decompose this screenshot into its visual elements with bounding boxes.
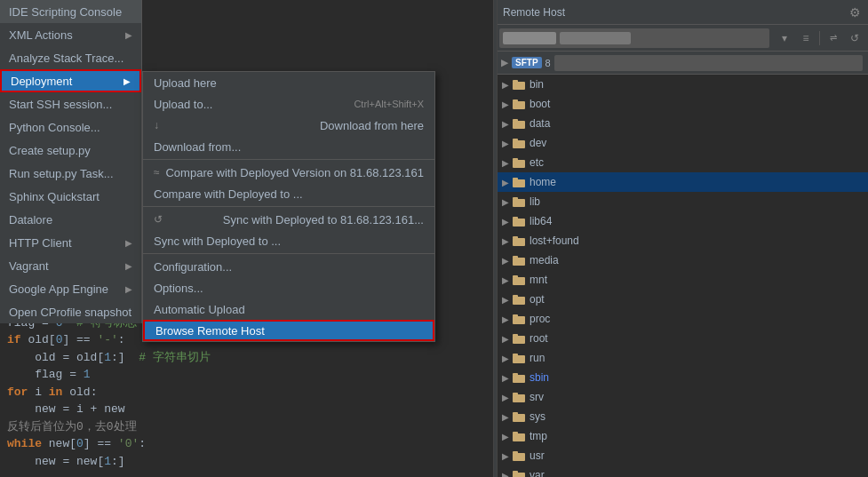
svg-rect-32 <box>513 394 525 402</box>
refresh-btn[interactable]: ↺ <box>845 28 864 48</box>
arrow-icon-http: ▶ <box>125 238 132 248</box>
chevron-right-icon: ▶ <box>499 410 512 423</box>
tree-item-tmp[interactable]: ▶ tmp <box>496 426 868 446</box>
submenu-compare[interactable]: ≈ Compare with Deployed Version on 81.68… <box>143 162 434 183</box>
tree-item-srv[interactable]: ▶ srv <box>496 387 868 407</box>
folder-icon <box>512 351 526 365</box>
tree-item-sbin[interactable]: ▶ sbin <box>496 368 868 387</box>
menu-item-sphinx[interactable]: Sphinx Quickstart <box>0 185 141 208</box>
svg-rect-24 <box>513 316 525 324</box>
folder-icon <box>512 273 526 287</box>
submenu-options[interactable]: Options... <box>143 277 434 298</box>
folder-icon <box>512 390 526 404</box>
chevron-right-icon: ▶ <box>499 430 512 442</box>
svg-rect-18 <box>513 258 525 266</box>
menu-item-run-setup[interactable]: Run setup.py Task... <box>0 162 141 185</box>
chevron-right-icon: ▶ <box>499 469 512 477</box>
submenu-upload-to[interactable]: Upload to... Ctrl+Alt+Shift+X <box>143 93 434 115</box>
svg-rect-8 <box>513 160 525 168</box>
svg-rect-22 <box>513 297 525 305</box>
tree-item-bin[interactable]: ▶ bin <box>496 75 868 94</box>
menu-item-deployment[interactable]: Deployment ▶ <box>0 69 141 92</box>
submenu-config[interactable]: Configuration... <box>143 256 434 277</box>
chevron-right-icon: ▶ <box>499 156 512 169</box>
dropdown-btn[interactable]: ▾ <box>775 28 794 48</box>
transfer-btn[interactable]: ⇌ <box>824 28 843 48</box>
svg-rect-3 <box>513 99 518 102</box>
tree-item-var[interactable]: ▶ var <box>496 465 868 477</box>
sync-icon: ↺ <box>154 213 163 226</box>
folder-icon <box>512 234 526 248</box>
chevron-right-icon: ▶ <box>499 235 512 247</box>
menu-item-ide-scripting[interactable]: IDE Scripting Console <box>0 0 141 23</box>
folder-icon <box>512 292 526 306</box>
submenu-download-here[interactable]: ↓ Download from here <box>143 115 434 136</box>
tree-item-etc[interactable]: ▶ etc <box>496 153 868 172</box>
chevron-right-icon: ▶ <box>499 137 512 149</box>
tree-item-dev[interactable]: ▶ dev <box>496 133 868 153</box>
submenu-browse-remote[interactable]: Browse Remote Host <box>143 320 434 341</box>
connection-path-input[interactable] <box>554 55 863 71</box>
remote-host-panel: Remote Host ⚙ ▾ ≡ ⇌ ↺ ▶ SFTP 8 ▶ <box>495 0 868 477</box>
svg-rect-25 <box>513 314 518 317</box>
tree-item-root[interactable]: ▶ root <box>496 329 868 348</box>
menu-item-ssh[interactable]: Start SSH session... <box>0 92 141 115</box>
submenu-auto-upload[interactable]: Automatic Upload <box>143 298 434 320</box>
menu-item-create-setup[interactable]: Create setup.py <box>0 139 141 162</box>
tree-item-media[interactable]: ▶ media <box>496 250 868 270</box>
menu-item-datalore[interactable]: Datalore <box>0 208 141 231</box>
menu-item-python[interactable]: Python Console... <box>0 115 141 139</box>
submenu-sync[interactable]: ↺ Sync with Deployed to 81.68.123.161... <box>143 209 434 230</box>
svg-rect-10 <box>513 179 525 187</box>
svg-rect-9 <box>513 158 518 161</box>
svg-rect-13 <box>513 197 518 200</box>
tree-item-usr[interactable]: ▶ usr <box>496 446 868 465</box>
folder-icon <box>512 136 526 150</box>
svg-rect-31 <box>513 373 518 376</box>
submenu-upload-here[interactable]: Upload here <box>143 72 434 93</box>
svg-rect-4 <box>513 121 525 129</box>
tree-item-sys[interactable]: ▶ sys <box>496 407 868 426</box>
chevron-right-icon: ▶ <box>499 332 512 345</box>
menu-item-analyze[interactable]: Analyze Stack Trace... <box>0 46 141 69</box>
menu-item-vagrant[interactable]: Vagrant ▶ <box>0 254 141 277</box>
tree-item-mnt[interactable]: ▶ mnt <box>496 270 868 290</box>
menu-item-gae[interactable]: Google App Engine ▶ <box>0 277 141 300</box>
folder-icon <box>512 409 526 424</box>
menu-item-xml-actions[interactable]: XML Actions ▶ <box>0 23 141 46</box>
submenu-sync-to[interactable]: Sync with Deployed to ... <box>143 230 434 251</box>
tree-item-opt[interactable]: ▶ opt <box>496 290 868 309</box>
separator-3 <box>143 253 434 254</box>
svg-rect-37 <box>513 432 518 434</box>
chevron-right-icon: ▶ <box>499 176 512 188</box>
expand-arrow[interactable]: ▶ <box>501 58 508 68</box>
tree-item-proc[interactable]: ▶ proc <box>496 309 868 329</box>
svg-rect-5 <box>513 119 518 122</box>
submenu-download-from[interactable]: Download from... <box>143 136 434 157</box>
menu-item-http[interactable]: HTTP Client ▶ <box>0 231 141 254</box>
folder-icon <box>512 116 526 131</box>
tree-item-data[interactable]: ▶ data <box>496 114 868 133</box>
svg-rect-12 <box>513 199 525 207</box>
gear-icon[interactable]: ⚙ <box>849 5 861 20</box>
menu-item-cprofile[interactable]: Open CProfile snapshot <box>0 300 141 323</box>
folder-icon <box>512 449 526 463</box>
svg-rect-14 <box>513 219 525 227</box>
svg-rect-29 <box>513 354 518 356</box>
folder-icon <box>512 214 526 228</box>
svg-rect-20 <box>513 277 525 285</box>
submenu-compare-to[interactable]: Compare with Deployed to ... <box>143 183 434 204</box>
tree-item-lost-found[interactable]: ▶ lost+found <box>496 231 868 250</box>
connection-bar: ▶ SFTP 8 <box>496 52 868 75</box>
menu-btn[interactable]: ≡ <box>796 28 816 48</box>
tree-item-lib64[interactable]: ▶ lib64 <box>496 211 868 231</box>
tree-item-home[interactable]: ▶ home <box>496 172 868 192</box>
tree-item-run[interactable]: ▶ run <box>496 348 868 368</box>
folder-icon <box>512 468 526 477</box>
download-here-icon: ↓ <box>154 119 159 131</box>
folder-icon <box>512 331 526 346</box>
tree-item-lib[interactable]: ▶ lib <box>496 192 868 211</box>
tree-item-boot[interactable]: ▶ boot <box>496 94 868 114</box>
svg-rect-0 <box>513 82 525 90</box>
panel-divider[interactable] <box>493 0 498 477</box>
